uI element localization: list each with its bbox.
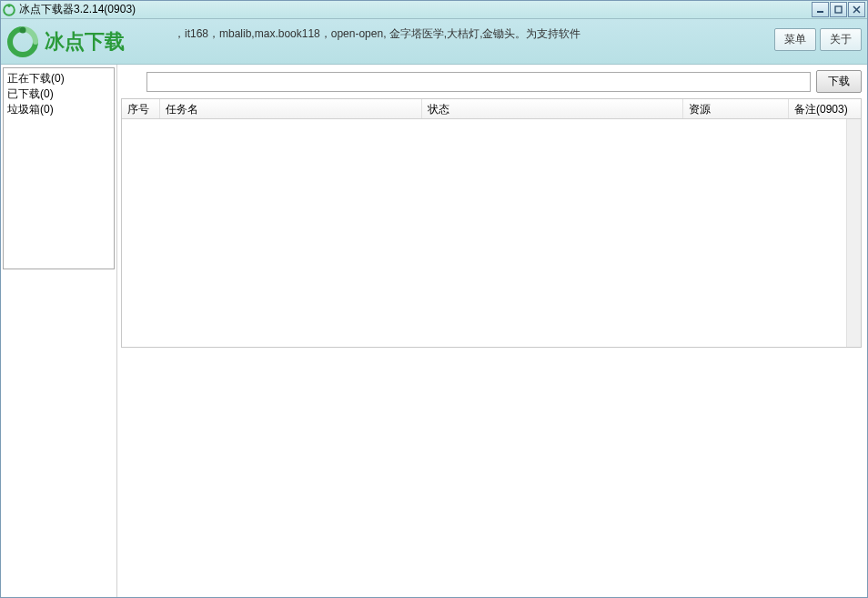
svg-point-6 — [20, 26, 26, 33]
header-bar: 冰点下载 ，it168，mbalib,max.book118，open-open… — [1, 19, 867, 65]
col-header-status[interactable]: 状态 — [422, 99, 683, 118]
window-title: 冰点下载器3.2.14(0903) — [19, 2, 811, 17]
app-window: 冰点下载器3.2.14(0903) 冰点下载 ，it — [0, 0, 868, 598]
svg-rect-3 — [835, 6, 842, 13]
maximize-button[interactable] — [830, 2, 847, 17]
col-header-name[interactable]: 任务名 — [160, 99, 422, 118]
sidebar-item-trash[interactable]: 垃圾箱(0) — [7, 102, 110, 117]
col-header-resource[interactable]: 资源 — [683, 99, 789, 118]
about-button[interactable]: 关于 — [820, 28, 862, 51]
sidebar-item-downloading[interactable]: 正在下载(0) — [7, 71, 110, 86]
app-icon — [3, 4, 15, 16]
url-input[interactable] — [146, 72, 811, 92]
svg-point-1 — [7, 4, 10, 6]
sidebar-list: 正在下载(0) 已下载(0) 垃圾箱(0) — [3, 67, 115, 269]
vertical-scrollbar[interactable] — [846, 119, 861, 347]
logo-icon — [6, 25, 39, 58]
titlebar: 冰点下载器3.2.14(0903) — [1, 1, 867, 19]
download-button[interactable]: 下载 — [816, 70, 862, 93]
task-table: 序号 任务名 状态 资源 备注(0903) — [121, 98, 862, 348]
sidebar-spacer — [1, 271, 116, 597]
logo-text: 冰点下载 — [45, 28, 125, 56]
table-body — [122, 119, 861, 347]
body-area: 正在下载(0) 已下载(0) 垃圾箱(0) 下载 序号 任务名 状态 资源 备注… — [1, 65, 867, 597]
close-button[interactable] — [848, 2, 865, 17]
window-controls — [811, 2, 865, 17]
col-header-note[interactable]: 备注(0903) — [789, 99, 861, 118]
menu-button[interactable]: 菜单 — [774, 28, 816, 51]
bottom-spacer — [117, 350, 867, 597]
sidebar: 正在下载(0) 已下载(0) 垃圾箱(0) — [1, 65, 117, 597]
main-area: 下载 序号 任务名 状态 资源 备注(0903) — [117, 65, 867, 597]
logo-area: 冰点下载 — [6, 25, 125, 58]
minimize-button[interactable] — [812, 2, 829, 17]
col-header-seq[interactable]: 序号 — [122, 99, 160, 118]
header-buttons: 菜单 关于 — [774, 28, 862, 56]
sidebar-item-downloaded[interactable]: 已下载(0) — [7, 86, 110, 102]
info-text: ，it168，mbalib,max.book118，open-open, 金字塔… — [174, 26, 580, 42]
input-row: 下载 — [117, 65, 867, 96]
table-header: 序号 任务名 状态 资源 备注(0903) — [122, 99, 861, 119]
